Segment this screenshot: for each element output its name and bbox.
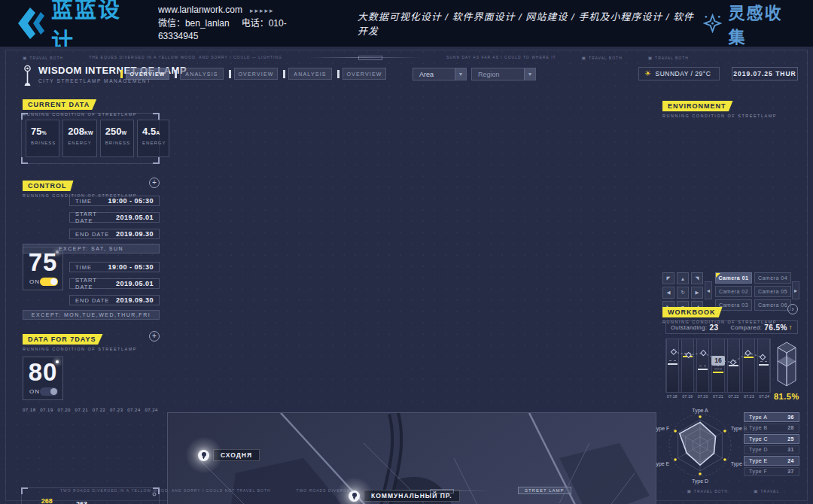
pan-refresh-button[interactable]: ↻: [677, 287, 689, 299]
tab-analysis-2[interactable]: ANALYSIS: [180, 68, 224, 80]
region-select-value: Region: [478, 71, 500, 78]
except-days-bar: EXCEPT: SAT, SUN: [23, 244, 160, 254]
end-date-row[interactable]: END DATE2019.09.30: [69, 295, 160, 305]
decor-text: SUNN DAY AS FAR AS I COULD TO WHERE IT: [446, 55, 556, 59]
tab-label: OVERVIEW: [238, 71, 273, 77]
legend-type-e[interactable]: Type E24: [744, 456, 799, 466]
camera-button-5[interactable]: Camera 05: [754, 286, 791, 297]
services-list: 大数据可视化设计 / 软件界面设计 / 网站建设 / 手机及小程序设计 / 软件…: [358, 9, 704, 38]
bar-marker: [668, 363, 678, 365]
legend-value: 37: [787, 469, 794, 474]
sun-cloud-icon: ☀: [644, 70, 651, 77]
x-tick: 07.18: [665, 394, 678, 399]
legend-type-b[interactable]: Type B28: [744, 424, 799, 433]
stat-briness: 75% BRINESS: [26, 120, 59, 157]
start-date-row[interactable]: START DATE2019.05.01: [69, 278, 160, 289]
pan-right-button[interactable]: ▶: [691, 287, 703, 299]
environment-header: ENVIRONMENT RUNNING CONDITION OF STREETL…: [662, 98, 777, 118]
decor-strip-top: TRAVAL BOTH THE EQUES DIVERGED IN A YELL…: [23, 53, 790, 62]
bar-marker: [713, 372, 723, 373]
pan-up-right-button[interactable]: ◥: [691, 272, 703, 284]
decor-slider: [308, 57, 421, 58]
camera-next-button[interactable]: ▸: [792, 281, 799, 299]
x-tick: 07.21: [711, 394, 724, 399]
x-tick: 07.23: [742, 394, 755, 399]
tab-analysis-4[interactable]: ANALYSIS: [288, 68, 332, 80]
date-display: 2019.07.25 THUR: [732, 67, 798, 80]
workbook-more-button[interactable]: [787, 304, 798, 314]
panel-subtitle: RUNNING CONDITION OF STREETLAMP: [662, 114, 777, 118]
control-group1-rows: TIME19:00 - 05:30 START DATE2019.05.01 E…: [69, 196, 160, 245]
x-tick: 07.18: [23, 408, 36, 412]
pan-left-button[interactable]: ◀: [662, 287, 674, 299]
camera-button-1[interactable]: Camera 01: [715, 272, 752, 284]
camera-prev-button[interactable]: ◂: [705, 281, 712, 299]
workbook-bar-chart: 16: [665, 339, 771, 393]
workbook-xaxis: 07.1807.1907.2007.2107.2207.2307.24: [665, 394, 771, 399]
panel-badge: DATA FOR 7DAYS: [23, 334, 103, 345]
arrow-up-icon: ↑: [789, 323, 793, 331]
legend-label: Type F: [749, 469, 767, 474]
bar-07.23: [742, 339, 755, 392]
decor-text: TRAVAL BOTH: [23, 55, 63, 60]
control-add-button[interactable]: [149, 178, 160, 188]
time-row[interactable]: TIME19:00 - 05:30: [69, 262, 160, 272]
power-toggle[interactable]: [40, 387, 58, 396]
lanlan-logo-icon: [14, 6, 47, 41]
map-label-сходня[interactable]: СХОДНЯ: [198, 449, 260, 461]
week-chart-xaxis: 07.1807.1907.2007.2107.2207.2307.2407.24: [21, 408, 160, 412]
inspiration-collect: 灵感收集: [703, 0, 798, 47]
camera-button-2[interactable]: Camera 02: [715, 286, 752, 297]
legend-value: 31: [787, 447, 794, 452]
control-group2-rows: TIME19:00 - 05:30 START DATE2019.05.01 E…: [69, 262, 160, 311]
banner-contact: www.lanlanwork.com▸▸▸▸▸ 微信：ben_lanlan电话：…: [158, 4, 321, 43]
svg-text:Type D: Type D: [692, 478, 708, 484]
screenshot-root: 蓝蓝设计 www.lanlanwork.com▸▸▸▸▸ 微信：ben_lanl…: [0, 0, 813, 504]
svg-text:Type F: Type F: [656, 426, 669, 432]
tab-label: OVERVIEW: [346, 71, 382, 77]
legend-type-d[interactable]: Type D31: [744, 445, 799, 455]
wechat-contact: 微信：ben_lanlan: [158, 18, 230, 29]
legend-type-f[interactable]: Type F37: [744, 467, 799, 477]
tab-overview-5[interactable]: OVERVIEW: [343, 68, 386, 80]
weather-widget: ☀ SUNNDAY / 29°C: [638, 67, 720, 80]
pan-up-left-button[interactable]: ◤: [662, 272, 674, 284]
website-link[interactable]: www.lanlanwork.com: [158, 5, 242, 15]
legend-label: Type E: [749, 458, 768, 463]
panel-badge: ENVIRONMENT: [662, 101, 733, 111]
decor-text: TRAVAL BOTH: [648, 55, 689, 60]
region-select[interactable]: Region ▼: [471, 68, 536, 80]
decor-text: TRAVAL BOTH: [582, 55, 623, 60]
x-tick: 07.20: [57, 408, 71, 412]
legend-type-c[interactable]: Type C25: [744, 434, 799, 444]
panel-subtitle: RUNNING CONDITION OF STREETLAMP: [23, 347, 137, 351]
svg-text:Type A: Type A: [692, 408, 708, 414]
chevron-down-icon: ▼: [455, 68, 466, 80]
time-row[interactable]: TIME19:00 - 05:30: [69, 196, 160, 206]
camera-button-4[interactable]: Camera 04: [754, 272, 791, 284]
end-date-row[interactable]: END DATE2019.09.30: [69, 229, 160, 239]
tab-label: ANALYSIS: [294, 71, 326, 77]
pan-up-button[interactable]: ▲: [677, 272, 689, 284]
legend-value: 24: [787, 458, 794, 463]
panel-badge: WORKBOOK: [662, 307, 723, 317]
power-toggle[interactable]: [40, 278, 58, 286]
bar-07.24: [757, 339, 770, 392]
tab-overview-3[interactable]: OVERVIEW: [234, 68, 278, 80]
dashboard: TRAVAL BOTH THE EQUES DIVERGED IN A YELL…: [0, 47, 813, 504]
stat-briness-w: 250W BRINESS: [100, 120, 134, 157]
panel-badge: CONTROL: [23, 181, 74, 191]
x-tick: 07.24: [127, 408, 141, 412]
decor-strip-bottom: TWO ROADS DIVERGED IN A YELLOW WOOD, AND…: [23, 486, 790, 495]
on-label: ON: [29, 388, 40, 395]
bar-marker: [683, 356, 693, 357]
start-date-row[interactable]: START DATE2019.05.01: [69, 212, 160, 223]
arrows-decor: ▸▸▸▸▸: [250, 7, 275, 14]
bar-marker: [729, 365, 738, 366]
decor-text: THE EQUES DIVERGED IN A YELLOW WOOD, AND…: [89, 55, 282, 59]
week-chart-add-button[interactable]: [149, 331, 160, 342]
legend-type-a[interactable]: Type A36: [744, 412, 799, 422]
legend-label: Type B: [749, 425, 768, 430]
tab-overview-1[interactable]: OVERVIEW: [126, 68, 169, 80]
area-select[interactable]: Area ▼: [413, 68, 467, 80]
